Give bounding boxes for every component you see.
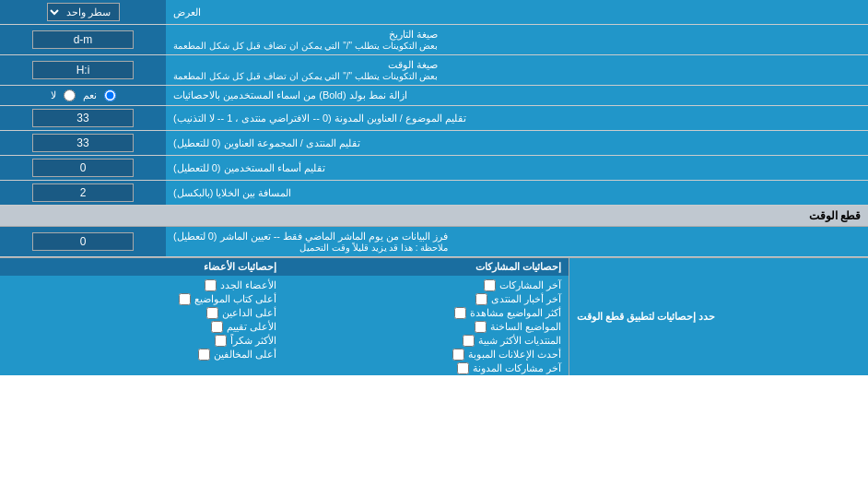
forum-trim-input[interactable] <box>0 131 166 155</box>
user-trim-row: تقليم أسماء المستخدمين (0 للتعطيل) <box>0 156 868 181</box>
display-input[interactable]: سطر واحد متعدد <box>0 0 166 24</box>
date-format-row: صيغة التاريخ بعض التكوينات يتطلب "/" الت… <box>0 25 868 55</box>
cb-most-viewed[interactable] <box>454 307 466 319</box>
checkbox-forum-news: آخر أخبار المنتدى <box>284 292 568 306</box>
checkbox-most-similar: المنتديات الأكثر شبية <box>284 334 568 348</box>
topic-trim-row: تقليم الموضوع / العناوين المدونة (0 -- ا… <box>0 106 868 131</box>
checkbox-hot-topics: المواضيع الساخنة <box>284 320 568 334</box>
checkbox-most-thanked: الأكثر شكراً <box>0 334 284 348</box>
members-stats-col: إحصائيات الأعضاء الأعضاء الجدد أعلى كتاب… <box>0 258 284 375</box>
posts-stats-header: إحصائيات المشاركات <box>284 258 568 276</box>
time-format-input[interactable] <box>0 55 166 85</box>
cb-top-rated[interactable] <box>211 321 223 333</box>
cell-spacing-input[interactable] <box>0 181 166 205</box>
topic-trim-label: تقليم الموضوع / العناوين المدونة (0 -- ا… <box>166 106 868 130</box>
cb-blog-posts[interactable] <box>457 362 469 374</box>
checkbox-top-violators: أعلى المخالفين <box>0 348 284 361</box>
display-select[interactable]: سطر واحد متعدد <box>47 3 120 21</box>
cell-spacing-field[interactable] <box>32 183 134 202</box>
date-format-field[interactable] <box>32 30 134 49</box>
stats-header-area: حدد إحصائيات لتطبيق قطع الوقت <box>569 258 868 375</box>
forum-trim-field[interactable] <box>32 134 134 152</box>
cb-forum-news[interactable] <box>475 293 487 305</box>
cb-top-violators[interactable] <box>198 349 210 361</box>
cb-new-members[interactable] <box>205 279 217 291</box>
checkbox-latest-posts: آخر المشاركات <box>284 278 568 292</box>
cell-spacing-row: المسافة بين الخلايا (بالبكسل) <box>0 181 868 206</box>
user-trim-input[interactable] <box>0 156 166 180</box>
forum-trim-label: تقليم المنتدى / المجموعة العناوين (0 للت… <box>166 131 868 155</box>
topic-trim-field[interactable] <box>32 109 134 127</box>
cb-latest-posts[interactable] <box>484 279 496 291</box>
bold-no-radio[interactable] <box>64 89 76 101</box>
checkbox-classifieds: أحدث الإعلانات المبوبة <box>284 348 568 361</box>
cb-most-thanked[interactable] <box>215 335 227 347</box>
bold-label: ازالة نمط بولد (Bold) من اسماء المستخدمي… <box>166 86 868 105</box>
cutoff-label: فرز البيانات من يوم الماشر الماضي فقط --… <box>166 227 868 256</box>
checkbox-top-authors: أعلى كتاب المواضيع <box>0 292 284 306</box>
time-format-field[interactable] <box>32 61 134 79</box>
cell-spacing-label: المسافة بين الخلايا (بالبكسل) <box>166 181 868 205</box>
checkbox-blog-posts: آخر مشاركات المدونة <box>284 361 568 375</box>
posts-stats-col: إحصائيات المشاركات آخر المشاركات آخر أخب… <box>284 258 569 375</box>
checkbox-section: حدد إحصائيات لتطبيق قطع الوقت إحصائيات ا… <box>0 257 868 375</box>
user-trim-field[interactable] <box>32 159 134 177</box>
cb-classifieds[interactable] <box>452 349 464 361</box>
date-format-input[interactable] <box>0 25 166 54</box>
topic-trim-input[interactable] <box>0 106 166 130</box>
bold-row: ازالة نمط بولد (Bold) من اسماء المستخدمي… <box>0 86 868 106</box>
members-stats-header: إحصائيات الأعضاء <box>0 258 284 276</box>
cb-top-inviters[interactable] <box>206 307 218 319</box>
cb-hot-topics[interactable] <box>475 321 487 333</box>
display-row: العرض سطر واحد متعدد <box>0 0 868 25</box>
user-trim-label: تقليم أسماء المستخدمين (0 للتعطيل) <box>166 156 868 180</box>
date-format-label: صيغة التاريخ بعض التكوينات يتطلب "/" الت… <box>166 25 868 54</box>
time-format-row: صيغة الوقت بعض التكوينات يتطلب "/" التي … <box>0 55 868 86</box>
cb-most-similar[interactable] <box>463 335 475 347</box>
checkbox-top-rated: الأعلى تقييم <box>0 320 284 334</box>
checkbox-new-members: الأعضاء الجدد <box>0 278 284 292</box>
time-format-label: صيغة الوقت بعض التكوينات يتطلب "/" التي … <box>166 55 868 85</box>
cutoff-row: فرز البيانات من يوم الماشر الماضي فقط --… <box>0 227 868 257</box>
display-label: العرض <box>166 0 868 24</box>
bold-radio-group[interactable]: نعم لا <box>0 86 166 105</box>
checkbox-most-viewed: أكثر المواضيع مشاهدة <box>284 306 568 320</box>
cutoff-section-header: قطع الوقت <box>0 206 868 227</box>
cutoff-input[interactable] <box>0 227 166 256</box>
checkbox-top-inviters: أعلى الداعين <box>0 306 284 320</box>
forum-trim-row: تقليم المنتدى / المجموعة العناوين (0 للت… <box>0 131 868 156</box>
bold-yes-radio[interactable] <box>104 89 116 101</box>
cutoff-field[interactable] <box>32 232 134 251</box>
cb-top-authors[interactable] <box>179 293 191 305</box>
